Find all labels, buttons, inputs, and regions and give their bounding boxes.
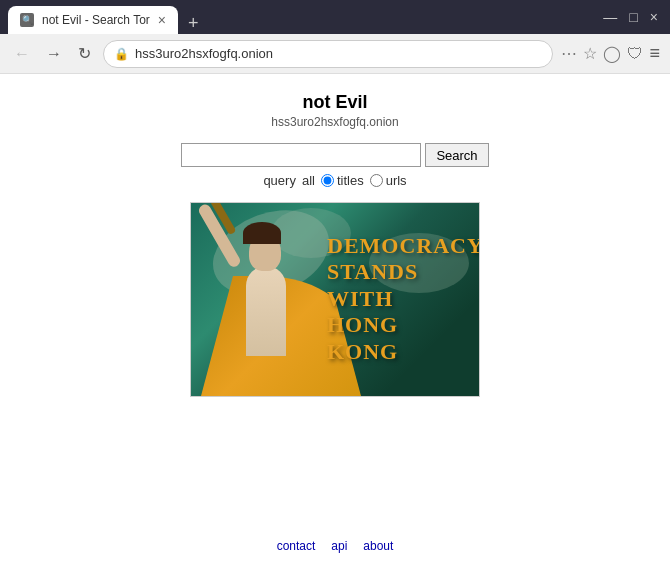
active-tab[interactable]: 🔍 not Evil - Search Tor ×: [8, 6, 178, 34]
titles-radio-label[interactable]: titles: [321, 173, 364, 188]
forward-button[interactable]: →: [42, 43, 66, 65]
page-content: not Evil hss3uro2hsxfogfq.onion Search q…: [0, 74, 670, 573]
poster-text: DEMOCRACY STANDS WITH HONG KONG: [319, 233, 479, 365]
address-bar: ← → ↻ 🔒 hss3uro2hsxfogfq.onion ⋯ ☆ ◯ 🛡 ≡: [0, 34, 670, 74]
reload-button[interactable]: ↻: [74, 42, 95, 65]
about-link[interactable]: about: [363, 539, 393, 553]
woman-hair: [243, 222, 281, 244]
shield-icon[interactable]: 🛡: [627, 45, 643, 63]
tab-favicon: 🔍: [20, 13, 34, 27]
address-input[interactable]: 🔒 hss3uro2hsxfogfq.onion: [103, 40, 553, 68]
search-options: query all titles urls: [263, 173, 406, 188]
maximize-button[interactable]: □: [629, 9, 637, 25]
back-button[interactable]: ←: [10, 43, 34, 65]
query-label: query: [263, 173, 296, 188]
bookmark-icon[interactable]: ☆: [583, 44, 597, 63]
titles-radio[interactable]: [321, 174, 334, 187]
titles-label: titles: [337, 173, 364, 188]
poster-background: DEMOCRACY STANDS WITH HONG KONG: [191, 203, 479, 396]
tab-bar: 🔍 not Evil - Search Tor × +: [8, 0, 205, 34]
all-label: all: [302, 173, 315, 188]
footer-links: contact api about: [277, 539, 394, 553]
poster-image: DEMOCRACY STANDS WITH HONG KONG: [190, 202, 480, 397]
poster-line-1: DEMOCRACY: [327, 233, 471, 259]
extensions-icon[interactable]: ⋯: [561, 44, 577, 63]
search-form: Search: [181, 143, 488, 167]
site-url: hss3uro2hsxfogfq.onion: [271, 115, 398, 129]
urls-label: urls: [386, 173, 407, 188]
new-tab-button[interactable]: +: [182, 13, 205, 34]
browser-chrome: 🔍 not Evil - Search Tor × + — □ × ← → ↻ …: [0, 0, 670, 74]
poster-line-3: HONG KONG: [327, 312, 471, 365]
minimize-button[interactable]: —: [603, 9, 617, 25]
search-button[interactable]: Search: [425, 143, 488, 167]
menu-button[interactable]: ≡: [649, 43, 660, 64]
window-controls: — □ ×: [603, 9, 662, 25]
urls-radio[interactable]: [370, 174, 383, 187]
urls-radio-label[interactable]: urls: [370, 173, 407, 188]
contact-link[interactable]: contact: [277, 539, 316, 553]
api-link[interactable]: api: [331, 539, 347, 553]
title-bar: 🔍 not Evil - Search Tor × + — □ ×: [0, 0, 670, 34]
woman-body: [246, 266, 286, 356]
profile-icon[interactable]: ◯: [603, 44, 621, 63]
search-input[interactable]: [181, 143, 421, 167]
address-extra-icons: ⋯ ☆ ◯ 🛡 ≡: [561, 43, 660, 64]
site-title: not Evil: [302, 92, 367, 113]
lock-icon: 🔒: [114, 47, 129, 61]
poster-line-2: STANDS WITH: [327, 259, 471, 312]
tab-label: not Evil - Search Tor: [42, 13, 150, 27]
torch-flame: [211, 202, 241, 204]
address-text: hss3uro2hsxfogfq.onion: [135, 46, 542, 61]
tab-close-button[interactable]: ×: [158, 12, 166, 28]
close-window-button[interactable]: ×: [650, 9, 658, 25]
